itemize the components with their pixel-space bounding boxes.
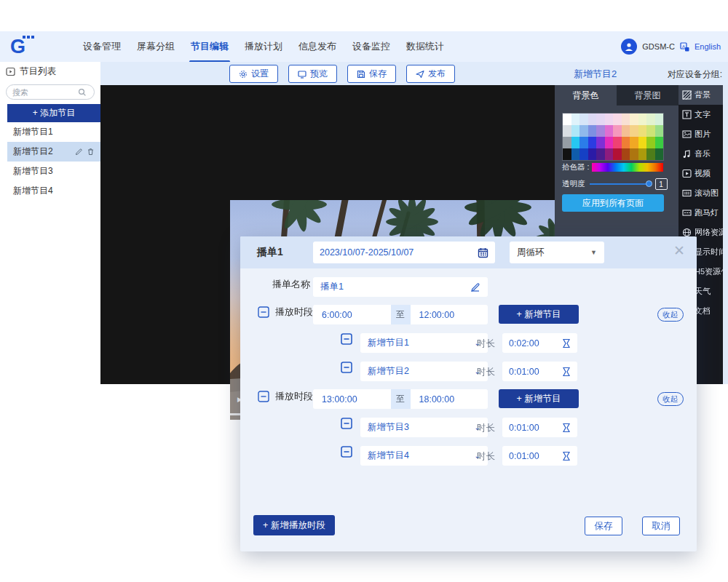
slider-knob[interactable] (646, 180, 652, 187)
add-program-button[interactable]: + 添加节目 (7, 104, 100, 122)
palette-swatch[interactable] (613, 113, 622, 125)
tab-background-color[interactable]: 背景色 (555, 85, 617, 105)
tool-music[interactable]: 音乐 (678, 144, 723, 164)
palette-swatch[interactable] (613, 148, 622, 160)
user-avatar[interactable] (621, 39, 637, 55)
tool-scrolling-image[interactable]: 滚动图 (678, 183, 723, 203)
panel-scrollbar[interactable] (723, 85, 728, 384)
palette-swatch[interactable] (588, 125, 597, 137)
palette-swatch[interactable] (588, 113, 597, 125)
tab-background-image[interactable]: 背景图 (617, 85, 678, 105)
remove-program-icon[interactable] (341, 362, 352, 373)
palette-swatch[interactable] (638, 125, 647, 137)
palette-swatch[interactable] (613, 137, 622, 148)
sidebar-item-program-2[interactable]: 新增节目2 (7, 142, 100, 162)
remove-section-icon[interactable] (258, 391, 269, 402)
publish-button[interactable]: 发布 (406, 65, 455, 83)
palette-swatch[interactable] (655, 137, 664, 148)
preview-button[interactable]: 预览 (288, 65, 337, 83)
search-box[interactable] (6, 84, 95, 100)
calendar-icon[interactable] (478, 247, 488, 258)
palette-swatch[interactable] (563, 113, 571, 125)
palette-swatch[interactable] (646, 113, 655, 125)
palette-swatch[interactable] (605, 113, 614, 125)
palette-swatch[interactable] (646, 148, 655, 160)
sidebar-item-program-1[interactable]: 新增节目1 (7, 122, 100, 142)
apply-all-pages-button[interactable]: 应用到所有页面 (562, 194, 664, 212)
nav-device-monitor[interactable]: 设备监控 (349, 36, 393, 57)
palette-swatch[interactable] (613, 125, 622, 137)
program-select-3[interactable]: 新增节目3 ⌄ (360, 418, 488, 437)
palette-swatch[interactable] (605, 137, 614, 148)
palette-swatch[interactable] (588, 137, 597, 148)
collapse-section-1-button[interactable]: 收起 (657, 308, 684, 322)
palette-swatch[interactable] (638, 113, 647, 125)
palette-swatch[interactable] (563, 137, 571, 148)
duration-field-2[interactable]: 0:01:00 (502, 362, 577, 381)
palette-swatch[interactable] (630, 125, 638, 137)
palette-swatch[interactable] (596, 113, 605, 125)
nav-play-schedule[interactable]: 播放计划 (242, 36, 285, 57)
tool-marquee[interactable]: 跑马灯 (678, 203, 723, 223)
program-select-4[interactable]: 新增节目4 ⌄ (360, 446, 488, 466)
start-time-input[interactable]: 6:00:00 (313, 310, 391, 320)
collapse-section-2-button[interactable]: 收起 (657, 392, 684, 406)
palette-swatch[interactable] (588, 148, 597, 160)
pencil-icon[interactable] (470, 282, 480, 292)
palette-swatch[interactable] (571, 148, 580, 160)
palette-swatch[interactable] (638, 137, 647, 148)
palette-swatch[interactable] (596, 125, 605, 137)
palette-swatch[interactable] (571, 137, 580, 148)
add-program-to-section-1-button[interactable]: + 新增节目 (499, 305, 579, 324)
nav-screen-groups[interactable]: 屏幕分组 (134, 36, 178, 57)
nav-data-statistics[interactable]: 数据统计 (403, 36, 447, 57)
palette-swatch[interactable] (571, 113, 580, 125)
tool-text[interactable]: 文字 (678, 105, 723, 124)
palette-swatch[interactable] (579, 137, 588, 148)
end-time-input[interactable]: 18:00:00 (411, 394, 488, 404)
sidebar-item-program-3[interactable]: 新增节目3 (7, 162, 100, 181)
end-time-input[interactable]: 12:00:00 (411, 310, 488, 320)
palette-swatch[interactable] (622, 113, 630, 125)
remove-program-icon[interactable] (341, 446, 352, 458)
palette-swatch[interactable] (655, 148, 664, 160)
edit-icon[interactable] (75, 148, 83, 156)
duration-field-3[interactable]: 0:01:00 (502, 418, 577, 437)
remove-program-icon[interactable] (341, 418, 352, 429)
duration-field-4[interactable]: 0:01:00 (502, 446, 577, 466)
modal-cancel-button[interactable]: 取消 (642, 517, 680, 535)
save-button[interactable]: 保存 (347, 65, 396, 83)
tool-image[interactable]: 图片 (678, 124, 723, 144)
opacity-slider[interactable] (590, 180, 651, 188)
palette-swatch[interactable] (596, 137, 605, 148)
palette-swatch[interactable] (638, 148, 647, 160)
palette-swatch[interactable] (563, 148, 571, 160)
palette-swatch[interactable] (571, 125, 580, 137)
palette-swatch[interactable] (605, 125, 614, 137)
nav-info-publish[interactable]: 信息发布 (296, 36, 339, 57)
palette-swatch[interactable] (646, 125, 655, 137)
remove-section-icon[interactable] (258, 306, 269, 318)
palette-swatch[interactable] (579, 148, 588, 160)
date-range-field[interactable] (313, 242, 495, 263)
palette-swatch[interactable] (579, 125, 588, 137)
palette-swatch[interactable] (605, 148, 614, 160)
program-select-1[interactable]: 新增节目1 ⌄ (360, 333, 488, 353)
palette-swatch[interactable] (630, 137, 638, 148)
palette-swatch[interactable] (596, 148, 605, 160)
palette-swatch[interactable] (579, 113, 588, 125)
start-time-input[interactable]: 13:00:00 (313, 394, 391, 404)
playlist-name-field[interactable]: 播单1 (313, 277, 488, 297)
nav-device-management[interactable]: 设备管理 (80, 36, 124, 57)
close-icon[interactable]: ✕ (673, 244, 685, 258)
palette-swatch[interactable] (655, 113, 664, 125)
color-picker-gradient[interactable] (592, 163, 663, 172)
repeat-mode-select[interactable]: 周循环 ▼ (510, 242, 604, 263)
tool-video[interactable]: 视频 (678, 164, 723, 183)
program-select-2[interactable]: 新增节目2 ⌄ (360, 362, 488, 381)
settings-button[interactable]: 设置 (229, 65, 278, 83)
remove-program-icon[interactable] (341, 333, 352, 345)
add-program-to-section-2-button[interactable]: + 新增节目 (499, 389, 579, 408)
date-range-input[interactable] (320, 247, 473, 258)
add-timeslot-button[interactable]: + 新增播放时段 (253, 515, 335, 535)
